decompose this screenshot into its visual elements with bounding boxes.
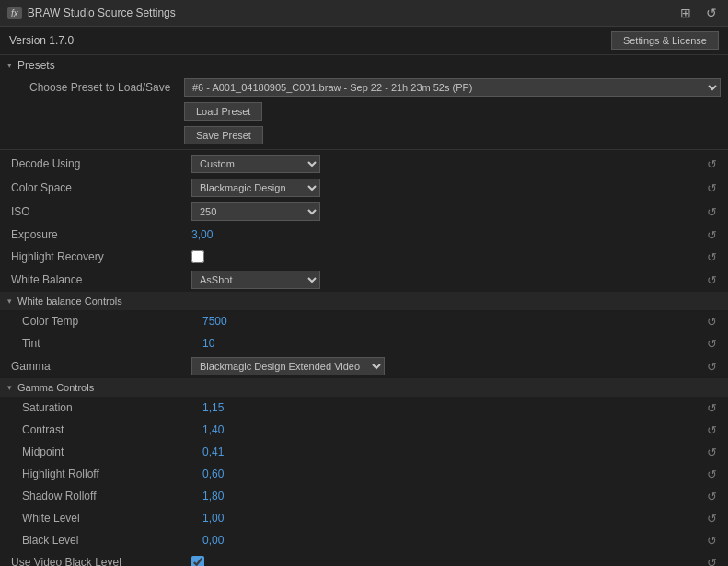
- tint-value: 10: [202, 337, 702, 350]
- white-balance-controls-label: White balance Controls: [17, 295, 122, 306]
- highlight-rolloff-value: 0,60: [202, 468, 702, 480]
- black-level-number[interactable]: 0,00: [202, 534, 224, 547]
- black-level-row: Black Level 0,00 ↺: [0, 529, 728, 551]
- iso-value: 250 400 800: [191, 202, 702, 221]
- white-level-number[interactable]: 1,00: [202, 512, 224, 525]
- load-preset-button[interactable]: Load Preset: [184, 102, 262, 121]
- iso-reset[interactable]: ↺: [702, 205, 721, 219]
- highlight-rolloff-row: Highlight Rolloff 0,60 ↺: [0, 463, 728, 485]
- gamma-value: Blackmagic Design Extended Video Blackma…: [191, 357, 702, 375]
- saturation-value: 1,15: [202, 401, 702, 414]
- color-space-reset[interactable]: ↺: [702, 181, 721, 195]
- version-row: Version 1.7.0 Settings & License: [0, 27, 728, 55]
- gamma-label: Gamma: [7, 360, 191, 373]
- white-level-value: 1,00: [202, 512, 702, 525]
- color-space-value: Blackmagic Design Rec.709: [191, 179, 702, 197]
- gamma-select[interactable]: Blackmagic Design Extended Video Blackma…: [191, 357, 385, 375]
- use-video-black-row: Use Video Black Level ↺: [0, 551, 728, 566]
- color-temp-number[interactable]: 7500: [202, 315, 227, 328]
- exposure-value: 3,00: [191, 228, 702, 241]
- gamma-controls-label: Gamma Controls: [17, 382, 94, 393]
- black-level-reset[interactable]: ↺: [702, 534, 721, 548]
- saturation-reset[interactable]: ↺: [702, 401, 721, 415]
- white-balance-controls-header[interactable]: ▾ White balance Controls: [0, 292, 728, 310]
- color-temp-value: 7500: [202, 315, 702, 328]
- white-balance-row: White Balance AsShot Custom Daylight ↺: [0, 268, 728, 292]
- gamma-controls-header[interactable]: ▾ Gamma Controls: [0, 378, 728, 397]
- iso-label: ISO: [7, 205, 191, 218]
- decode-using-label: Decode Using: [7, 157, 191, 170]
- top-bar-right: ⊞ ↺: [676, 4, 721, 22]
- highlight-recovery-checkbox[interactable]: [191, 250, 204, 263]
- exposure-number[interactable]: 3,00: [191, 228, 213, 241]
- load-preset-row: Load Preset: [0, 99, 728, 123]
- top-bar-left: fx BRAW Studio Source Settings: [7, 6, 176, 19]
- black-level-value: 0,00: [202, 534, 702, 547]
- exposure-reset[interactable]: ↺: [702, 228, 721, 242]
- shadow-rolloff-row: Shadow Rolloff 1,80 ↺: [0, 485, 728, 507]
- contrast-row: Contrast 1,40 ↺: [0, 419, 728, 441]
- highlight-recovery-label: Highlight Recovery: [7, 250, 191, 263]
- contrast-label: Contrast: [18, 423, 202, 436]
- preset-select[interactable]: #6 - A001_04180905_C001.braw - Sep 22 - …: [184, 78, 721, 97]
- midpoint-row: Midpoint 0,41 ↺: [0, 441, 728, 463]
- color-space-row: Color Space Blackmagic Design Rec.709 ↺: [0, 176, 728, 200]
- color-temp-row: Color Temp 7500 ↺: [0, 310, 728, 332]
- saturation-number[interactable]: 1,15: [202, 401, 224, 414]
- white-balance-value: AsShot Custom Daylight: [191, 271, 702, 289]
- contrast-reset[interactable]: ↺: [702, 423, 721, 437]
- gamma-reset[interactable]: ↺: [702, 360, 721, 374]
- highlight-rolloff-number[interactable]: 0,60: [202, 468, 224, 480]
- shadow-rolloff-label: Shadow Rolloff: [18, 490, 202, 502]
- preset-select-container: #6 - A001_04180905_C001.braw - Sep 22 - …: [184, 78, 721, 97]
- decode-using-reset[interactable]: ↺: [702, 157, 721, 171]
- midpoint-reset[interactable]: ↺: [702, 445, 721, 459]
- version-label: Version 1.7.0: [9, 34, 74, 47]
- decode-using-row: Decode Using Custom Camera Metadata Side…: [0, 152, 728, 176]
- presets-chevron: ▾: [7, 61, 12, 70]
- color-space-select[interactable]: Blackmagic Design Rec.709: [191, 179, 320, 197]
- presets-section-label: Presets: [17, 59, 55, 72]
- iso-select[interactable]: 250 400 800: [191, 202, 320, 221]
- exposure-label: Exposure: [7, 228, 191, 241]
- white-balance-select[interactable]: AsShot Custom Daylight: [191, 271, 320, 289]
- tint-number[interactable]: 10: [202, 337, 214, 350]
- shadow-rolloff-reset[interactable]: ↺: [702, 490, 721, 503]
- content-area: Version 1.7.0 Settings & License ▾ Prese…: [0, 27, 728, 566]
- color-temp-label: Color Temp: [18, 315, 202, 328]
- saturation-label: Saturation: [18, 401, 202, 414]
- save-preset-row: Save Preset: [0, 123, 728, 147]
- save-preset-button[interactable]: Save Preset: [184, 126, 263, 144]
- white-level-row: White Level 1,00 ↺: [0, 507, 728, 529]
- add-button[interactable]: ⊞: [676, 4, 695, 22]
- settings-license-button[interactable]: Settings & License: [611, 31, 719, 50]
- presets-header[interactable]: ▾ Presets: [0, 55, 728, 75]
- black-level-label: Black Level: [18, 534, 202, 547]
- tint-reset[interactable]: ↺: [702, 337, 721, 351]
- gamma-row: Gamma Blackmagic Design Extended Video B…: [0, 354, 728, 378]
- decode-using-select[interactable]: Custom Camera Metadata Sidecar: [191, 155, 320, 173]
- white-balance-reset[interactable]: ↺: [702, 273, 721, 287]
- color-temp-reset[interactable]: ↺: [702, 315, 721, 329]
- window-title: BRAW Studio Source Settings: [28, 6, 176, 19]
- shadow-rolloff-number[interactable]: 1,80: [202, 490, 224, 502]
- contrast-value: 1,40: [202, 423, 702, 436]
- use-video-black-checkbox[interactable]: [191, 556, 204, 566]
- choose-preset-row: Choose Preset to Load/Save #6 - A001_041…: [0, 75, 728, 99]
- color-space-label: Color Space: [7, 181, 191, 194]
- white-level-reset[interactable]: ↺: [702, 512, 721, 526]
- reset-all-button[interactable]: ↺: [702, 4, 721, 22]
- highlight-recovery-reset[interactable]: ↺: [702, 250, 721, 264]
- decode-using-value: Custom Camera Metadata Sidecar: [191, 155, 702, 173]
- use-video-black-reset[interactable]: ↺: [702, 556, 721, 567]
- choose-preset-label: Choose Preset to Load/Save: [29, 81, 184, 94]
- contrast-number[interactable]: 1,40: [202, 423, 224, 436]
- highlight-rolloff-reset[interactable]: ↺: [702, 468, 721, 481]
- midpoint-number[interactable]: 0,41: [202, 445, 224, 458]
- white-balance-controls-chevron: ▾: [7, 296, 12, 306]
- highlight-recovery-row: Highlight Recovery ↺: [0, 246, 728, 268]
- saturation-row: Saturation 1,15 ↺: [0, 397, 728, 419]
- gamma-controls-chevron: ▾: [7, 383, 12, 392]
- tint-row: Tint 10 ↺: [0, 332, 728, 354]
- tint-label: Tint: [18, 337, 202, 350]
